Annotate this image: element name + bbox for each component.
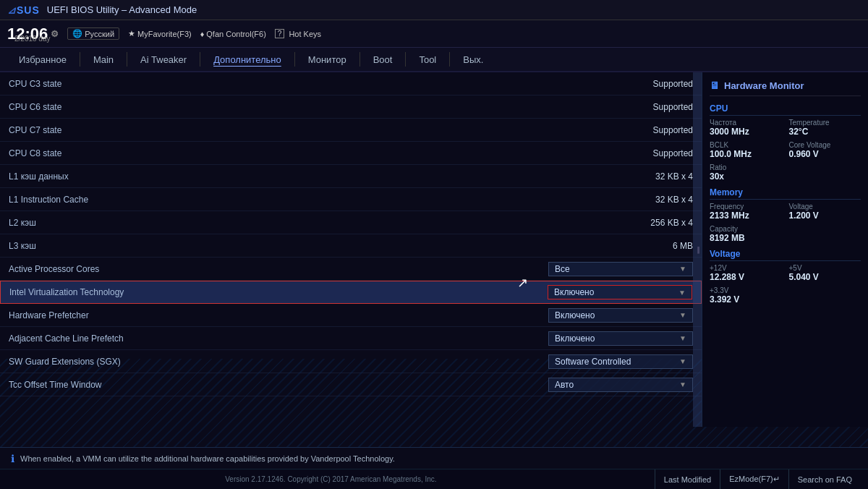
date-label: 2/2018 day (14, 35, 51, 43)
cpu-frequency-label: Частота (710, 119, 782, 127)
hw-monitor-title: 🖥 Hardware Monitor (710, 80, 861, 96)
setting-label-7: L3 кэш (9, 241, 606, 251)
setting-row-9[interactable]: Intel Virtualization TechnologyВключено▼ (0, 281, 702, 304)
monitor-icon: 🖥 (710, 80, 720, 91)
globe-icon: 🌐 (72, 29, 82, 38)
language-button[interactable]: 🌐 Русский (67, 27, 119, 40)
cpu-grid: Частота 3000 MHz Temperature 32°C BCLK 1… (710, 119, 861, 182)
main-content: CPU C3 stateSupportedCPU C6 stateSupport… (0, 72, 868, 427)
nav-izbrannoye[interactable]: Избранное (7, 47, 78, 72)
setting-label-8: Active Processor Cores (9, 264, 548, 274)
setting-dropdown-11[interactable]: Включено▼ (548, 331, 693, 346)
bclk-item: BCLK 100.0 MHz (710, 141, 782, 159)
chevron-down-icon: ▼ (679, 311, 686, 319)
nav-boot[interactable]: Boot (362, 47, 404, 72)
qfan-button[interactable]: ♦ Qfan Control(F6) (200, 30, 266, 38)
ratio-label: Ratio (710, 163, 782, 171)
bclk-label: BCLK (710, 141, 782, 149)
mem-frequency-item: Frequency 2133 MHz (710, 203, 782, 221)
chevron-down-icon: ▼ (679, 334, 686, 342)
setting-value-4: 32 KB x 4 (606, 171, 693, 182)
setting-dropdown-8[interactable]: Все▼ (548, 262, 693, 276)
setting-row-13[interactable]: Tcc Offset Time WindowАвто▼ (0, 373, 702, 396)
setting-value-5: 32 KB x 4 (606, 195, 693, 205)
setting-row-11[interactable]: Adjacent Cache Line PrefetchВключено▼ (0, 327, 702, 350)
qfan-label: Qfan Control(F6) (206, 30, 266, 38)
nav-tool[interactable]: Tool (407, 47, 448, 72)
bottom-bar: Version 2.17.1246. Copyright (C) 2017 Am… (0, 469, 868, 489)
setting-value-7: 6 MB (606, 241, 693, 251)
hw-monitor-label: Hardware Monitor (724, 80, 804, 91)
memory-grid: Frequency 2133 MHz Voltage 1.200 V Capac… (710, 203, 861, 243)
v5-label: +5V (789, 264, 861, 272)
v5-value: 5.040 V (789, 272, 861, 282)
memory-section-title: Memory (710, 187, 861, 200)
setting-row-8[interactable]: Active Processor CoresВсе▼ (0, 258, 702, 281)
setting-dropdown-12[interactable]: Software Controlled▼ (548, 354, 693, 369)
setting-label-4: L1 кэш данных (9, 171, 606, 182)
last-modified-button[interactable]: Last Modified (655, 469, 720, 490)
core-voltage-item: Core Voltage 0.960 V (789, 141, 861, 159)
setting-dropdown-9[interactable]: Включено▼ (548, 285, 692, 299)
chevron-down-icon: ▼ (679, 380, 686, 388)
status-bar: ℹ When enabled, a VMM can utilize the ad… (0, 447, 868, 469)
copyright-text: Version 2.17.1246. Copyright (C) 2017 Am… (7, 475, 655, 483)
ez-mode-button[interactable]: EzMode(F7)↵ (720, 469, 788, 490)
core-voltage-label: Core Voltage (789, 141, 861, 149)
mem-voltage-item: Voltage 1.200 V (789, 203, 861, 221)
setting-row-12[interactable]: SW Guard Extensions (SGX)Software Contro… (0, 350, 702, 373)
setting-row-7: L3 кэш6 MB (0, 234, 702, 258)
nav-dopolnitelno[interactable]: Дополнительно (202, 47, 293, 72)
scroll-indicator[interactable]: ▐ (693, 72, 702, 427)
qfan-icon: ♦ (200, 30, 205, 38)
v33-value: 3.392 V (710, 294, 782, 305)
cpu-temperature-item: Temperature 32°C (789, 119, 861, 137)
nav-vykh[interactable]: Вых. (451, 47, 495, 72)
voltage-section-title: Voltage (710, 249, 861, 261)
setting-row-6: L2 кэш256 KB x 4 (0, 211, 702, 234)
star-icon: ★ (128, 29, 135, 38)
cpu-frequency-value: 3000 MHz (710, 127, 782, 137)
cpu-temperature-label: Temperature (789, 119, 861, 127)
ratio-item: Ratio 30x (710, 163, 782, 182)
setting-row-10[interactable]: Hardware PrefetcherВключено▼ (0, 304, 702, 327)
info-icon: ℹ (11, 453, 14, 464)
nav-main[interactable]: Main (82, 47, 125, 72)
mem-capacity-value: 8192 MB (710, 233, 782, 243)
mem-capacity-item: Capacity 8192 MB (710, 225, 782, 243)
core-voltage-value: 0.960 V (789, 149, 861, 159)
settings-list: CPU C3 stateSupportedCPU C6 stateSupport… (0, 72, 702, 427)
cpu-section-title: CPU (710, 103, 861, 116)
setting-dropdown-10[interactable]: Включено▼ (548, 308, 693, 323)
setting-label-6: L2 кэш (9, 218, 606, 228)
setting-label-0: CPU C3 state (9, 79, 606, 89)
mem-frequency-label: Frequency (710, 203, 782, 211)
language-label: Русский (85, 30, 114, 38)
gear-icon[interactable]: ⚙ (51, 29, 59, 39)
setting-value-0: Supported (606, 79, 693, 89)
v12-label: +12V (710, 264, 782, 272)
nav-monitor[interactable]: Монитор (297, 47, 358, 72)
setting-label-1: CPU C6 state (9, 102, 606, 112)
setting-row-5: L1 Instruction Cache32 KB x 4 (0, 188, 702, 211)
ratio-value: 30x (710, 171, 782, 182)
chevron-down-icon: ▼ (679, 357, 686, 365)
myfavorite-label: MyFavorite(F3) (137, 30, 192, 38)
cpu-temperature-value: 32°C (789, 127, 861, 137)
v12-value: 12.288 V (710, 272, 782, 282)
logo-text: SUS (17, 4, 40, 16)
setting-row-3: CPU C8 stateSupported (0, 142, 702, 165)
hotkeys-button[interactable]: ? Hot Keys (275, 29, 321, 38)
nav-menu: Избранное Main Ai Tweaker Дополнительно … (0, 48, 868, 72)
hotkeys-icon: ? (275, 29, 285, 38)
search-faq-button[interactable]: Search on FAQ (788, 469, 861, 490)
nav-ai-tweaker[interactable]: Ai Tweaker (129, 47, 198, 72)
setting-row-1: CPU C6 stateSupported (0, 95, 702, 119)
myfavorite-button[interactable]: ★ MyFavorite(F3) (128, 29, 192, 38)
chevron-down-icon: ▼ (678, 289, 686, 297)
setting-dropdown-13[interactable]: Авто▼ (548, 378, 693, 392)
setting-label-11: Adjacent Cache Line Prefetch (9, 333, 548, 344)
bios-title: UEFI BIOS Utility – Advanced Mode (47, 4, 861, 15)
setting-value-1: Supported (606, 102, 693, 112)
setting-label-10: Hardware Prefetcher (9, 310, 548, 320)
